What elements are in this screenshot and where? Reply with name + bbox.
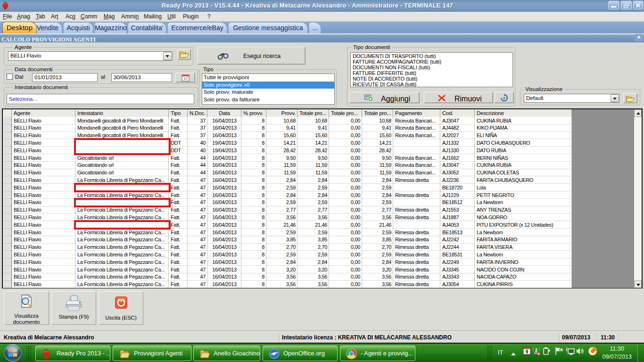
svg-text:9: 9 xyxy=(526,349,528,354)
svg-text:12: 12 xyxy=(183,76,188,81)
